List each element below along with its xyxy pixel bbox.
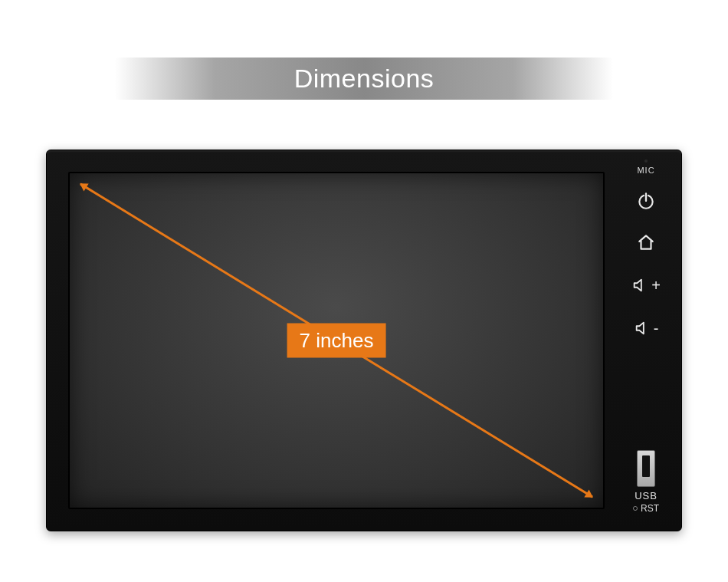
mic-label: MIC	[637, 166, 654, 175]
reset-row: RST	[633, 503, 659, 514]
power-button[interactable]	[631, 186, 661, 216]
speaker-icon	[631, 277, 648, 294]
section-title-bar: Dimensions	[115, 58, 613, 100]
power-icon	[636, 191, 656, 211]
reset-hole-icon[interactable]	[633, 506, 638, 511]
volume-down-button[interactable]: -	[634, 313, 659, 344]
speaker-icon	[634, 320, 651, 337]
usb-port[interactable]	[637, 450, 655, 487]
section-title: Dimensions	[294, 64, 435, 94]
minus-sign: -	[654, 321, 659, 336]
usb-label: USB	[635, 490, 657, 501]
volume-up-button[interactable]: +	[631, 270, 661, 301]
device-screen: 7 inches	[68, 172, 605, 509]
home-icon	[636, 232, 656, 252]
screen-size-label: 7 inches	[287, 324, 386, 358]
reset-label: RST	[641, 503, 659, 514]
device-frame: 7 inches MIC + -	[46, 150, 682, 531]
home-button[interactable]	[631, 227, 661, 258]
plus-sign: +	[651, 278, 661, 293]
device-side-panel: MIC + - U	[611, 164, 681, 518]
